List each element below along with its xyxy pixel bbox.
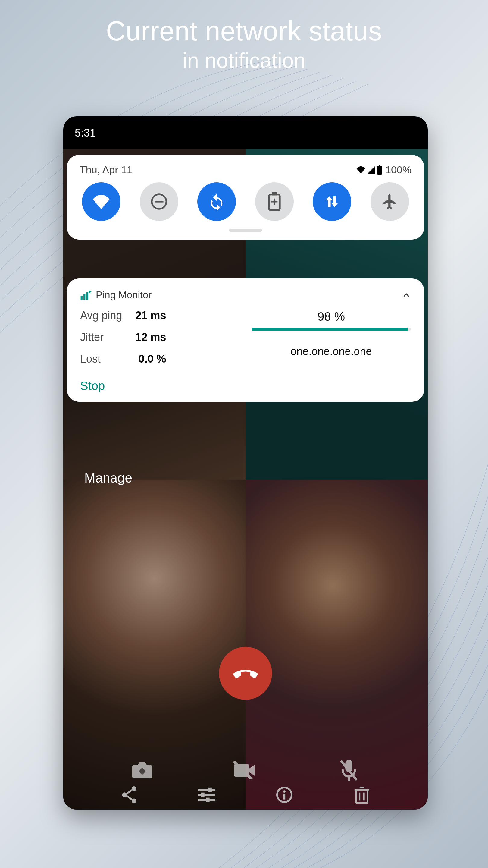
dnd-icon (150, 193, 168, 210)
signal-status-icon (367, 166, 375, 174)
svg-rect-19 (208, 787, 212, 792)
reachability-bar (252, 328, 411, 331)
svg-point-13 (132, 786, 136, 791)
battery-saver-icon (268, 192, 281, 211)
promo-headline: Current network status in notification (0, 0, 488, 73)
svg-point-15 (132, 798, 136, 803)
toggle-battery-saver[interactable] (255, 182, 294, 221)
svg-rect-6 (81, 296, 83, 300)
jitter-value: 12 ms (135, 331, 166, 344)
ping-notification[interactable]: Ping Monitor Avg ping Jitter Lost 21 ms … (67, 278, 424, 402)
promo-line2: in notification (0, 49, 488, 73)
stop-button[interactable]: Stop (80, 379, 411, 393)
battery-status-icon (377, 165, 382, 175)
svg-rect-5 (272, 192, 277, 195)
share-icon (121, 786, 137, 804)
wifi-icon (92, 194, 110, 209)
status-time: 5:31 (75, 127, 96, 139)
lost-label: Lost (80, 352, 122, 365)
mic-off-icon (340, 759, 357, 782)
svg-rect-23 (206, 798, 210, 802)
ping-host: one.one.one.one (290, 345, 372, 358)
share-button[interactable] (119, 784, 140, 805)
avg-ping-value: 21 ms (135, 309, 166, 322)
qs-status-icons: 100% (356, 164, 412, 176)
promo-line1: Current network status (0, 16, 488, 47)
wifi-status-icon (356, 166, 365, 174)
trash-icon (354, 786, 369, 804)
info-button[interactable] (274, 784, 295, 805)
toggle-airplane[interactable] (370, 182, 409, 221)
video-off-button[interactable] (233, 758, 258, 782)
chevron-up-icon[interactable] (402, 290, 411, 300)
notification-app-name: Ping Monitor (96, 289, 152, 301)
sliders-icon (198, 786, 216, 803)
info-icon (275, 786, 293, 804)
toggle-mobile-data[interactable] (313, 182, 351, 221)
avg-ping-label: Avg ping (80, 309, 122, 322)
manage-button[interactable]: Manage (84, 470, 132, 486)
svg-rect-8 (87, 292, 88, 300)
reachability-percent: 98 % (318, 310, 345, 323)
toggle-dnd[interactable] (140, 182, 178, 221)
svg-point-25 (283, 790, 286, 793)
video-off-icon (233, 761, 258, 779)
svg-rect-27 (356, 789, 368, 803)
hangup-button[interactable] (219, 647, 272, 700)
svg-line-16 (127, 790, 132, 794)
jitter-label: Jitter (80, 331, 122, 344)
toggle-wifi[interactable] (82, 182, 121, 221)
tune-button[interactable] (196, 784, 217, 805)
qs-drag-handle[interactable] (229, 229, 262, 232)
switch-camera-button[interactable] (130, 758, 154, 782)
quick-settings-panel[interactable]: Thu, Apr 11 100% (67, 155, 424, 240)
qs-date: Thu, Apr 11 (79, 164, 133, 176)
camera-switch-icon (131, 761, 153, 780)
toggle-autorotate[interactable] (197, 182, 236, 221)
qs-battery-label: 100% (385, 164, 412, 176)
delete-button[interactable] (351, 784, 372, 805)
lost-value: 0.0 % (135, 352, 166, 365)
phone-frame: 5:31 Thu, Apr 11 100% (63, 116, 428, 809)
data-arrows-icon (324, 193, 340, 210)
svg-rect-26 (284, 794, 285, 799)
svg-rect-7 (84, 294, 85, 300)
phone-hangup-icon (232, 660, 259, 687)
rotate-icon (208, 193, 225, 210)
svg-line-17 (127, 796, 132, 799)
svg-rect-0 (377, 166, 382, 174)
ping-app-icon (80, 289, 92, 301)
svg-rect-21 (201, 793, 204, 797)
svg-rect-1 (379, 165, 380, 167)
status-bar: 5:31 (63, 116, 428, 150)
mic-off-button[interactable] (337, 758, 361, 782)
airplane-icon (381, 193, 398, 210)
